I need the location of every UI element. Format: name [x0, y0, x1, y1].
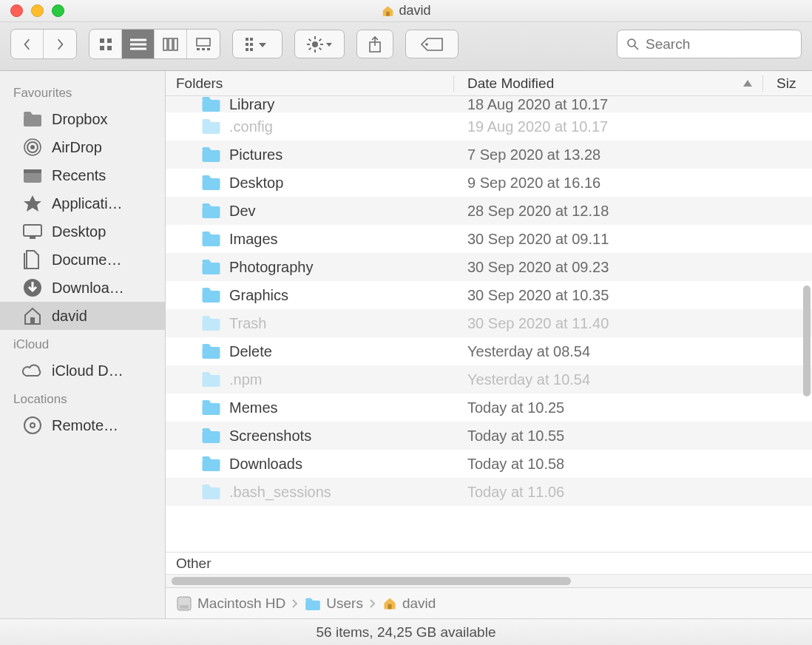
file-row[interactable]: Photography30 Sep 2020 at 09.23: [166, 253, 812, 281]
column-size-header[interactable]: Siz: [763, 75, 812, 92]
file-row[interactable]: ScreenshotsToday at 10.55: [166, 422, 812, 450]
svg-rect-13: [202, 48, 205, 50]
minimize-window-button[interactable]: [31, 4, 44, 17]
svg-rect-11: [197, 38, 210, 46]
list-view-button[interactable]: [122, 30, 155, 58]
path-segment[interactable]: Users: [305, 595, 363, 612]
file-row[interactable]: Dev28 Sep 2020 at 12.18: [166, 197, 812, 225]
sidebar: FavouritesDropboxAirDropRecentsApplicati…: [0, 71, 166, 618]
file-name: Library: [229, 96, 274, 112]
file-name: Delete: [229, 343, 272, 360]
file-row[interactable]: DownloadsToday at 10.58: [166, 450, 812, 478]
file-name: Trash: [229, 315, 266, 332]
svg-rect-2: [107, 38, 112, 43]
sidebar-item-label: Applicati…: [52, 195, 123, 212]
file-row[interactable]: Desktop9 Sep 2020 at 16.16: [166, 169, 812, 197]
svg-rect-16: [250, 38, 253, 41]
file-row[interactable]: MemesToday at 10.25: [166, 394, 812, 422]
folder-icon: [201, 371, 221, 388]
search-field[interactable]: [617, 30, 802, 58]
sidebar-item-recents[interactable]: Recents: [0, 161, 165, 189]
svg-point-44: [30, 423, 35, 428]
svg-point-21: [312, 41, 318, 47]
path-segment[interactable]: david: [382, 595, 436, 612]
sidebar-item-airdrop[interactable]: AirDrop: [0, 133, 165, 161]
sidebar-item-label: Remote…: [52, 417, 118, 434]
file-name: .bash_sessions: [229, 484, 331, 501]
window-title: david: [381, 3, 430, 18]
sidebar-item-dropbox[interactable]: Dropbox: [0, 105, 165, 133]
file-row[interactable]: Images30 Sep 2020 at 09.11: [166, 225, 812, 253]
svg-rect-40: [30, 237, 35, 239]
file-row[interactable]: DeleteYesterday at 08.54: [166, 337, 812, 365]
file-row[interactable]: Library18 Aug 2020 at 10.17: [166, 96, 812, 112]
sidebar-item-label: iCloud D…: [52, 362, 124, 379]
sidebar-item-applicati-[interactable]: Applicati…: [0, 189, 165, 217]
folder-icon: [201, 483, 221, 501]
path-separator-icon: [369, 598, 376, 609]
column-name-header[interactable]: Folders: [166, 75, 454, 92]
maximize-window-button[interactable]: [52, 4, 64, 17]
file-row[interactable]: Graphics30 Sep 2020 at 10.35: [166, 281, 812, 309]
icon-view-button[interactable]: [89, 30, 122, 58]
file-date: Today at 10.55: [454, 428, 812, 445]
group-button[interactable]: [232, 30, 282, 58]
share-button[interactable]: [356, 30, 393, 58]
file-row[interactable]: Trash30 Sep 2020 at 11.40: [166, 309, 812, 337]
file-row[interactable]: .bash_sessionsToday at 11.06: [166, 478, 812, 506]
file-name: Images: [229, 231, 278, 248]
file-date: Yesterday at 10.54: [454, 371, 812, 388]
cloud-icon: [22, 362, 43, 379]
column-view-button[interactable]: [155, 30, 187, 58]
path-label: david: [402, 595, 436, 612]
home-icon: [382, 596, 397, 611]
sidebar-heading: iCloud: [0, 330, 165, 357]
horizontal-scrollbar-thumb[interactable]: [172, 577, 571, 585]
sidebar-item-icloud-d-[interactable]: iCloud D…: [0, 357, 165, 385]
column-date-header[interactable]: Date Modified: [454, 75, 763, 92]
svg-rect-25: [320, 44, 323, 45]
sidebar-item-docume-[interactable]: Docume…: [0, 246, 165, 274]
gallery-view-button[interactable]: [187, 30, 220, 58]
file-date: 30 Sep 2020 at 09.11: [454, 231, 812, 248]
svg-rect-6: [130, 44, 146, 45]
folder-icon: [201, 118, 221, 135]
action-button[interactable]: [294, 30, 345, 58]
svg-rect-9: [169, 38, 172, 50]
file-date: 18 Aug 2020 at 10.17: [454, 96, 812, 112]
sidebar-item-desktop[interactable]: Desktop: [0, 217, 165, 246]
path-segment[interactable]: Macintosh HD: [176, 595, 285, 612]
airdrop-icon: [22, 138, 43, 156]
file-date: 19 Aug 2020 at 10.17: [454, 118, 812, 135]
back-button[interactable]: [11, 30, 44, 58]
svg-rect-28: [319, 38, 322, 41]
sidebar-item-downloa-[interactable]: Downloa…: [0, 274, 165, 302]
file-row[interactable]: .config19 Aug 2020 at 10.17: [166, 112, 812, 141]
file-name: Downloads: [229, 456, 302, 473]
svg-rect-7: [130, 48, 146, 50]
folder-icon: [22, 110, 43, 128]
svg-rect-47: [388, 604, 391, 609]
tags-button[interactable]: [405, 30, 459, 58]
close-window-button[interactable]: [10, 4, 23, 17]
file-row[interactable]: Pictures7 Sep 2020 at 13.28: [166, 141, 812, 169]
svg-rect-20: [250, 48, 253, 51]
file-row[interactable]: .npmYesterday at 10.54: [166, 365, 812, 394]
nav-buttons: [10, 29, 77, 59]
sort-asc-icon: [743, 80, 752, 87]
toolbar: [0, 22, 812, 71]
disc-icon: [22, 416, 43, 434]
vertical-scrollbar[interactable]: [803, 286, 811, 396]
sidebar-item-label: AirDrop: [52, 139, 102, 156]
sidebar-item-remote-[interactable]: Remote…: [0, 411, 165, 439]
file-date: 9 Sep 2020 at 16.16: [454, 175, 812, 192]
forward-button[interactable]: [44, 30, 76, 58]
sidebar-item-david[interactable]: david: [0, 302, 165, 330]
svg-rect-19: [246, 48, 248, 51]
sidebar-item-label: Recents: [52, 167, 106, 184]
file-name: Photography: [229, 259, 313, 276]
path-label: Macintosh HD: [197, 595, 285, 612]
horizontal-scrollbar-track[interactable]: [166, 574, 812, 587]
search-input[interactable]: [646, 36, 812, 53]
folder-icon: [201, 96, 221, 112]
